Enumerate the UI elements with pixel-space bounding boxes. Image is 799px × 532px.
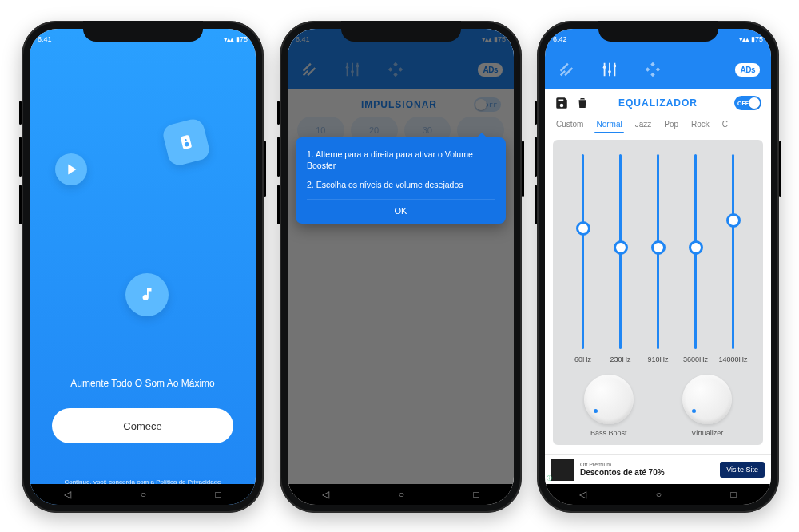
phone-frame-1: 6:41 ▾▴▴▮75 Aumente Todo O Som Ao Máximo…	[22, 21, 264, 513]
virtualizer-knob[interactable]	[682, 375, 732, 424]
equalizer-tab-icon[interactable]	[599, 59, 620, 80]
tooltip-line2: 2. Escolha os níveis de volume desejados	[307, 179, 495, 190]
virtualizer-label: Virtualizer	[682, 429, 732, 437]
dim-overlay	[288, 29, 514, 505]
svg-point-8	[614, 65, 617, 68]
tooltip-ok-button[interactable]: OK	[307, 199, 495, 216]
nav-recent-icon[interactable]: □	[216, 490, 221, 499]
eq-band: 60Hz	[564, 154, 602, 363]
bass-boost-label: Bass Boost	[584, 429, 634, 437]
onboarding-tagline: Aumente Todo O Som Ao Máximo	[30, 378, 256, 389]
equalizer-title: EQUALIZADOR	[588, 97, 728, 109]
eq-slider[interactable]	[732, 154, 734, 349]
nav-home-icon[interactable]: ○	[141, 490, 146, 499]
eq-band: 910Hz	[639, 154, 677, 363]
speaker-icon	[161, 117, 211, 167]
start-button[interactable]: Comece	[52, 408, 233, 443]
android-nav-bar: ◁ ○ □	[30, 484, 256, 505]
onboarding-tooltip: 1. Alterne para a direita para ativar o …	[296, 137, 506, 224]
preset-tab[interactable]: Normal	[591, 115, 626, 135]
preset-tab[interactable]: Jazz	[630, 115, 657, 135]
svg-point-6	[603, 66, 606, 69]
preset-tabs: CustomNormalJazzPopRockC	[545, 115, 771, 135]
top-tab-bar: ADs	[545, 50, 771, 89]
play-icon	[55, 153, 87, 185]
ad-thumbnail	[551, 459, 574, 481]
nav-home-icon[interactable]: ○	[656, 490, 662, 499]
ads-badge[interactable]: ADs	[735, 63, 760, 77]
edge-tab-icon[interactable]	[642, 59, 663, 80]
ad-title: Descontos de até 70%	[580, 468, 714, 478]
eq-band: 14000Hz	[714, 154, 752, 363]
status-time: 6:42	[553, 35, 567, 43]
banner-ad[interactable]: ⓘ Off Premium Descontos de até 70% Visit…	[545, 454, 771, 484]
eq-band-freq: 910Hz	[647, 355, 668, 363]
eq-slider[interactable]	[582, 154, 584, 349]
eq-band: 3600Hz	[677, 154, 714, 363]
eq-slider-thumb[interactable]	[614, 240, 628, 255]
phone-frame-2: 6:41 ▾▴▴▮75 ADs IMPULSIONAR OFF	[280, 21, 522, 513]
booster-screen: 6:41 ▾▴▴▮75 ADs IMPULSIONAR OFF	[288, 29, 514, 505]
android-nav-bar: ◁ ○ □	[545, 484, 771, 505]
ad-subtitle: Off Premium	[580, 462, 714, 468]
nav-home-icon[interactable]: ○	[399, 490, 404, 499]
music-note-icon	[125, 273, 169, 316]
bass-boost-knob[interactable]	[584, 375, 634, 424]
signal-icon: ▾▴▴	[224, 35, 233, 43]
tooltip-line1: 1. Alterne para a direita para ativar o …	[307, 149, 495, 171]
eq-band-freq: 230Hz	[610, 355, 630, 363]
phone-frame-3: 6:42 ▾▴▴▮75 ADs EQUALIZADOR	[537, 21, 779, 513]
eq-slider-thumb[interactable]	[576, 221, 590, 236]
preset-tab[interactable]: Rock	[686, 115, 714, 135]
status-time: 6:41	[38, 35, 52, 43]
nav-recent-icon[interactable]: □	[474, 490, 479, 499]
nav-back-icon[interactable]: ◁	[322, 490, 329, 499]
ad-marker-icon: ⓘ	[547, 474, 552, 482]
nav-back-icon[interactable]: ◁	[64, 490, 71, 499]
eq-slider-thumb[interactable]	[689, 240, 703, 255]
android-nav-bar: ◁ ○ □	[288, 484, 514, 505]
svg-point-7	[608, 70, 611, 73]
preset-tab[interactable]: C	[718, 115, 733, 135]
boost-tab-icon[interactable]	[556, 59, 577, 80]
eq-slider[interactable]	[619, 154, 622, 349]
eq-band-freq: 14000Hz	[718, 355, 747, 363]
eq-band-freq: 60Hz	[574, 355, 591, 363]
eq-band: 230Hz	[602, 154, 639, 363]
nav-back-icon[interactable]: ◁	[579, 490, 586, 499]
eq-slider[interactable]	[657, 154, 659, 349]
eq-slider-thumb[interactable]	[651, 240, 666, 255]
preset-tab[interactable]: Custom	[551, 115, 588, 135]
eq-slider-thumb[interactable]	[726, 213, 741, 228]
nav-recent-icon[interactable]: □	[731, 490, 737, 499]
battery-icon: ▮75	[236, 35, 248, 43]
ad-cta-button[interactable]: Visite Site	[720, 462, 765, 478]
eq-slider[interactable]	[694, 154, 697, 349]
equalizer-toggle[interactable]: OFF	[734, 96, 761, 110]
equalizer-panel: 60Hz230Hz910Hz3600Hz14000Hz Bass Boost V…	[553, 140, 763, 445]
onboarding-screen: 6:41 ▾▴▴▮75 Aumente Todo O Som Ao Máximo…	[30, 29, 256, 505]
preset-tab[interactable]: Pop	[659, 115, 683, 135]
save-icon[interactable]	[555, 96, 569, 110]
eq-band-freq: 3600Hz	[683, 355, 708, 363]
